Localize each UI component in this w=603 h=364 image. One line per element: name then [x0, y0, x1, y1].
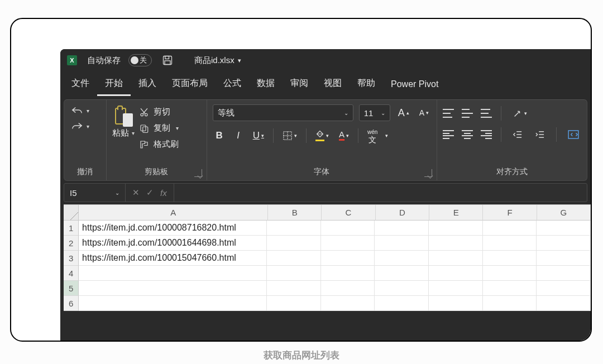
cancel-formula-button[interactable]: ✕: [132, 188, 140, 198]
row-header[interactable]: 3: [64, 251, 79, 266]
cell[interactable]: [483, 251, 537, 266]
cell[interactable]: [375, 281, 429, 296]
row-header[interactable]: 6: [64, 296, 79, 311]
table-row[interactable]: 3https://item.jd.com/100015047660.html: [64, 251, 591, 266]
fx-button[interactable]: fx: [160, 188, 167, 198]
tab-insert[interactable]: 插入: [131, 74, 164, 96]
tab-help[interactable]: 帮助: [350, 74, 383, 96]
column-header[interactable]: G: [537, 205, 591, 221]
undo-button[interactable]: ▾: [70, 104, 90, 117]
merge-cells-button[interactable]: [566, 127, 581, 142]
cell[interactable]: [321, 236, 375, 251]
cell[interactable]: [429, 296, 483, 311]
cell[interactable]: [267, 281, 321, 296]
table-row[interactable]: 2https://item.jd.com/100001644698.html: [64, 236, 591, 251]
tab-data[interactable]: 数据: [249, 74, 283, 96]
orientation-button[interactable]: ▾: [510, 106, 529, 121]
cell[interactable]: [483, 281, 537, 296]
column-header[interactable]: D: [376, 205, 429, 221]
column-header[interactable]: F: [483, 205, 537, 221]
cell[interactable]: [537, 296, 591, 311]
bold-button[interactable]: B: [213, 128, 226, 143]
decrease-indent-button[interactable]: [510, 127, 525, 142]
cell[interactable]: [375, 236, 429, 251]
tab-formulas[interactable]: 公式: [216, 74, 249, 96]
enter-formula-button[interactable]: ✓: [146, 188, 154, 198]
dialog-launcher-icon[interactable]: [424, 169, 432, 177]
dialog-launcher-icon[interactable]: [194, 169, 202, 177]
row-header[interactable]: 1: [64, 221, 79, 236]
align-middle-button[interactable]: [462, 109, 473, 118]
row-header[interactable]: 5: [64, 281, 79, 296]
align-bottom-button[interactable]: [481, 109, 492, 118]
cell[interactable]: [79, 296, 267, 311]
autosave-toggle[interactable]: 关: [128, 54, 152, 66]
format-painter-button[interactable]: 格式刷: [139, 139, 179, 150]
align-right-button[interactable]: [481, 130, 492, 139]
cell[interactable]: [537, 281, 591, 296]
font-name-select[interactable]: 等线 ⌄: [213, 104, 353, 121]
italic-button[interactable]: I: [232, 128, 245, 143]
align-left-button[interactable]: [443, 130, 454, 139]
table-row[interactable]: 6: [64, 296, 591, 311]
row-header[interactable]: 4: [64, 266, 79, 281]
cell[interactable]: [267, 221, 321, 236]
cut-button[interactable]: 剪切: [139, 107, 179, 117]
table-row[interactable]: 5: [64, 281, 591, 296]
column-header[interactable]: C: [322, 205, 375, 221]
borders-button[interactable]: ▾: [280, 128, 299, 143]
align-center-button[interactable]: [462, 130, 473, 139]
cell[interactable]: [375, 266, 429, 281]
column-header[interactable]: B: [268, 205, 322, 221]
redo-button[interactable]: ▾: [70, 120, 90, 132]
cell[interactable]: [321, 281, 375, 296]
chevron-down-icon[interactable]: ▾: [385, 133, 388, 138]
tab-view[interactable]: 视图: [316, 74, 350, 96]
cell[interactable]: [483, 266, 537, 281]
tab-home[interactable]: 开始: [97, 74, 131, 96]
cell[interactable]: [321, 221, 375, 236]
cell[interactable]: [537, 266, 591, 281]
cell[interactable]: https://item.jd.com/100015047660.html: [79, 251, 267, 266]
cell[interactable]: https://item.jd.com/100008716820.html: [79, 221, 267, 236]
filename[interactable]: 商品id.xlsx ▾: [194, 55, 241, 66]
select-all-corner[interactable]: [64, 205, 79, 221]
cell[interactable]: [267, 251, 321, 266]
name-box[interactable]: I5 ⌄: [64, 184, 126, 202]
tab-page-layout[interactable]: 页面布局: [164, 74, 216, 96]
font-color-button[interactable]: A ▾: [337, 128, 351, 143]
cell[interactable]: [375, 221, 429, 236]
formula-input[interactable]: [174, 184, 587, 202]
increase-indent-button[interactable]: [533, 127, 547, 142]
align-top-button[interactable]: [443, 109, 454, 118]
phonetic-guide-button[interactable]: wén 文: [365, 128, 380, 143]
copy-button[interactable]: 复制 ▾: [139, 123, 179, 133]
cell[interactable]: [483, 236, 537, 251]
cell[interactable]: [79, 266, 267, 281]
table-row[interactable]: 1https://item.jd.com/100008716820.html: [64, 221, 591, 236]
column-header[interactable]: A: [79, 205, 268, 221]
cell[interactable]: [267, 236, 321, 251]
save-button[interactable]: [160, 52, 175, 68]
cell[interactable]: [537, 236, 591, 251]
cell[interactable]: [375, 296, 429, 311]
font-size-select[interactable]: 11 ⌄: [359, 104, 390, 121]
cell[interactable]: [267, 296, 321, 311]
tab-file[interactable]: 文件: [64, 74, 97, 96]
cell[interactable]: [375, 251, 429, 266]
cell[interactable]: [483, 296, 537, 311]
cell[interactable]: https://item.jd.com/100001644698.html: [79, 236, 267, 251]
paste-button[interactable]: 粘贴 ▾: [112, 104, 135, 138]
underline-button[interactable]: U▾: [251, 128, 266, 143]
cell[interactable]: [267, 266, 321, 281]
cell[interactable]: [321, 296, 375, 311]
cell[interactable]: [429, 251, 483, 266]
cell[interactable]: [429, 281, 483, 296]
cell[interactable]: [483, 221, 537, 236]
cell[interactable]: [321, 251, 375, 266]
cell[interactable]: [429, 236, 483, 251]
cell[interactable]: [537, 251, 591, 266]
tab-review[interactable]: 审阅: [283, 74, 316, 96]
row-header[interactable]: 2: [64, 236, 79, 251]
table-row[interactable]: 4: [64, 266, 591, 281]
